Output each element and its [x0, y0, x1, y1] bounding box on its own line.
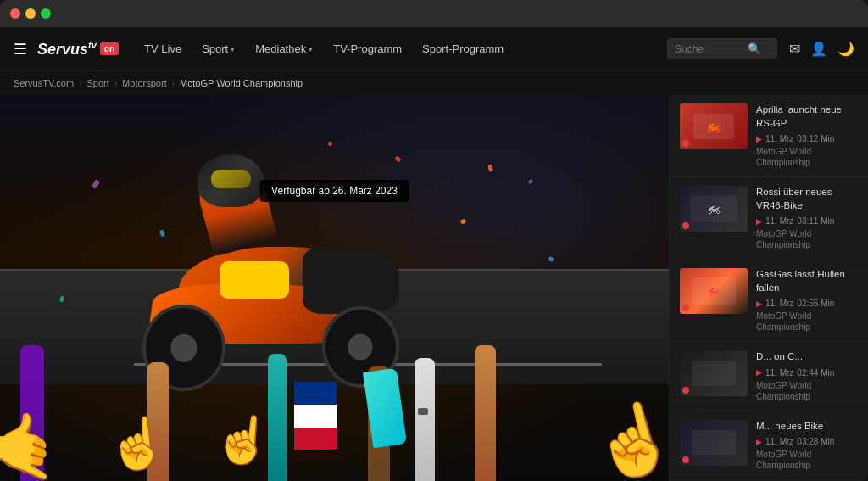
- sidebar-item-0[interactable]: 🏍 Aprilia launcht neue RS-GP ▶ 11. Mrz 0…: [670, 95, 868, 177]
- foam-finger-3: ☝️: [212, 410, 275, 470]
- sidebar-thumb-1: 🏍: [680, 186, 748, 232]
- foam-finger-right: ☝️: [581, 392, 669, 481]
- sidebar-date-3: 11. Mrz: [765, 368, 793, 378]
- logo[interactable]: Servustv on: [37, 40, 119, 59]
- sidebar-thumb-3: [680, 350, 748, 396]
- sidebar-item-1[interactable]: 🏍 Rossi über neues VR46-Bike ▶ 11. Mrz 0…: [670, 177, 868, 260]
- breadcrumb-current: MotoGP World Championship: [180, 78, 303, 88]
- sidebar-meta-1: ▶ 11. Mrz 03:11 Min: [756, 216, 858, 226]
- sidebar-category-3: MotoGP WorldChampionship: [756, 380, 858, 402]
- breadcrumb: ServusTV.com › Sport › Motorsport › Moto…: [0, 71, 868, 95]
- sidebar-date-2: 11. Mrz: [765, 299, 793, 308]
- sidebar-info-3: D... on C... ▶ 11. Mrz 02:44 Min MotoGP …: [756, 350, 858, 402]
- sidebar-duration-0: 03:12 Min: [797, 134, 834, 143]
- breadcrumb-sep-1: ›: [79, 79, 81, 88]
- sidebar-category-2: MotoGP WorldChampionship: [756, 310, 858, 333]
- navbar: ☰ Servustv on TV Live Sport ▾ Mediathek …: [0, 27, 868, 71]
- nav-mediathek[interactable]: Mediathek ▾: [247, 37, 321, 60]
- mail-icon[interactable]: ✉: [789, 41, 800, 57]
- sidebar-date-0: 11. Mrz: [765, 134, 793, 143]
- sidebar-item-2[interactable]: 🏍 GasGas lässt Hüllen fallen ▶ 11. Mrz 0…: [670, 260, 868, 342]
- sidebar-info-0: Aprilia launcht neue RS-GP ▶ 11. Mrz 03:…: [756, 103, 858, 168]
- logo-text: Servustv: [37, 40, 97, 59]
- sidebar-thumb-2: 🏍: [680, 268, 748, 314]
- sidebar-meta-2: ▶ 11. Mrz 02:55 Min: [756, 299, 858, 308]
- meta-play-icon-1: ▶: [756, 217, 762, 226]
- nav-sport-programm[interactable]: Sport-Programm: [414, 37, 512, 60]
- nav-sport[interactable]: Sport ▾: [193, 37, 243, 60]
- sidebar-category-4: MotoGP WorldChampionship: [756, 449, 858, 471]
- chevron-down-icon: ▾: [309, 45, 313, 53]
- sidebar-meta-0: ▶ 11. Mrz 03:12 Min: [756, 134, 858, 143]
- arm-skin-2: [475, 345, 496, 481]
- sidebar-title-0: Aprilia launcht neue RS-GP: [756, 103, 858, 130]
- sidebar-item-4[interactable]: M... neues Bike ▶ 11. Mrz 03:28 Min Moto…: [670, 411, 868, 481]
- flag-1: [294, 382, 337, 450]
- sidebar-thumb-4: [680, 420, 748, 466]
- breadcrumb-home[interactable]: ServusTV.com: [14, 78, 74, 88]
- nav-tv-live[interactable]: TV Live: [136, 37, 190, 60]
- sidebar-title-1: Rossi über neues VR46-Bike: [756, 186, 858, 212]
- foam-finger-1: 🤙: [0, 403, 69, 481]
- nav-tv-programm[interactable]: TV-Programm: [325, 37, 410, 60]
- video-player[interactable]: Verfügbar ab 26. März 2023 🤙 ☝️: [0, 95, 669, 481]
- sidebar-date-1: 11. Mrz: [765, 216, 793, 226]
- arm-white: [415, 358, 435, 481]
- availability-badge: Verfügbar ab 26. März 2023: [259, 180, 409, 202]
- fans-layer: 🤙 ☝️ ☝️: [0, 307, 669, 481]
- theme-icon[interactable]: 🌙: [837, 41, 854, 57]
- meta-play-icon-2: ▶: [756, 299, 762, 308]
- minimize-button[interactable]: [25, 8, 36, 19]
- play-indicator-4: [682, 456, 689, 463]
- sidebar-duration-4: 03:28 Min: [797, 437, 834, 446]
- sidebar-title-3: D... on C...: [756, 350, 858, 364]
- play-indicator-0: [682, 140, 689, 147]
- chevron-down-icon: ▾: [231, 45, 235, 53]
- nav-icons: ✉ 👤 🌙: [789, 41, 854, 57]
- breadcrumb-sep-2: ›: [114, 79, 117, 88]
- sidebar-info-1: Rossi über neues VR46-Bike ▶ 11. Mrz 03:…: [756, 186, 858, 250]
- sidebar-item-3[interactable]: D... on C... ▶ 11. Mrz 02:44 Min MotoGP …: [670, 342, 868, 411]
- search-icon: 🔍: [748, 42, 761, 55]
- breadcrumb-motorsport[interactable]: Motorsport: [122, 78, 167, 88]
- sidebar-duration-2: 02:55 Min: [797, 299, 834, 308]
- play-indicator-1: [682, 222, 689, 229]
- maximize-button[interactable]: [41, 8, 51, 19]
- sidebar-duration-3: 02:44 Min: [797, 368, 834, 378]
- close-button[interactable]: [10, 8, 20, 19]
- play-indicator-2: [682, 305, 689, 311]
- sidebar-category-1: MotoGP WorldChampionship: [756, 228, 858, 250]
- sidebar-meta-4: ▶ 11. Mrz 03:28 Min: [756, 437, 858, 446]
- meta-play-icon-0: ▶: [756, 135, 762, 143]
- meta-play-icon-4: ▶: [756, 438, 762, 446]
- foam-finger-2: ☝️: [104, 412, 170, 475]
- sidebar: 🏍 Aprilia launcht neue RS-GP ▶ 11. Mrz 0…: [669, 95, 868, 481]
- breadcrumb-sep-3: ›: [172, 79, 175, 88]
- sidebar-title-2: GasGas lässt Hüllen fallen: [756, 268, 858, 294]
- user-icon[interactable]: 👤: [810, 41, 827, 57]
- search-input[interactable]: [675, 43, 743, 55]
- hamburger-menu[interactable]: ☰: [14, 40, 27, 59]
- sidebar-info-2: GasGas lässt Hüllen fallen ▶ 11. Mrz 02:…: [756, 268, 858, 333]
- sidebar-info-4: M... neues Bike ▶ 11. Mrz 03:28 Min Moto…: [756, 420, 858, 472]
- sidebar-meta-3: ▶ 11. Mrz 02:44 Min: [756, 368, 858, 378]
- sidebar-duration-1: 03:11 Min: [797, 216, 834, 226]
- sidebar-category-0: MotoGP WorldChampionship: [756, 146, 858, 168]
- watch: [418, 408, 428, 415]
- on-badge: on: [100, 42, 119, 55]
- meta-play-icon-3: ▶: [756, 368, 762, 377]
- search-box[interactable]: 🔍: [667, 38, 777, 59]
- sidebar-date-4: 11. Mrz: [765, 437, 793, 446]
- sidebar-title-4: M... neues Bike: [756, 420, 858, 433]
- sidebar-thumb-0: 🏍: [680, 103, 748, 149]
- breadcrumb-sport[interactable]: Sport: [86, 78, 108, 88]
